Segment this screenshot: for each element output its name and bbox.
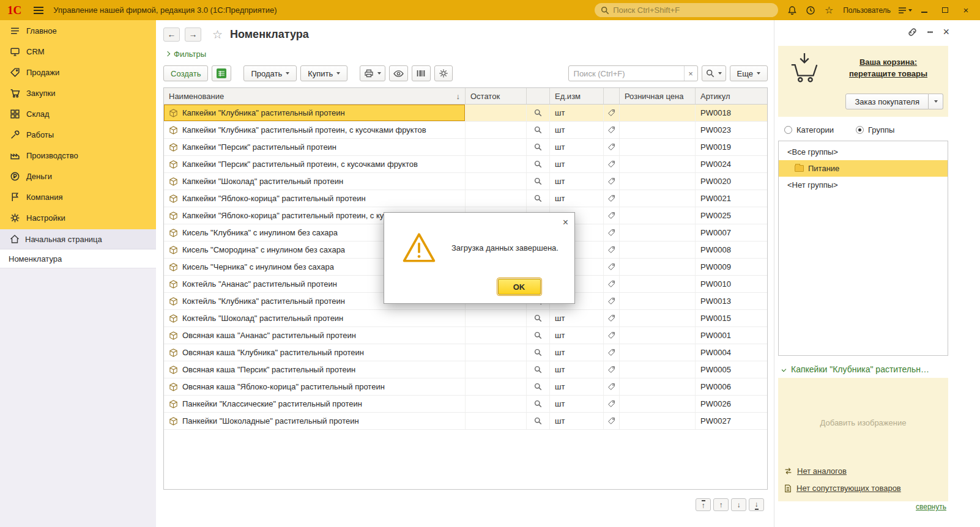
go-next-button[interactable]: ↓ (731, 498, 746, 511)
forward-button[interactable]: → (185, 28, 201, 42)
dialog-close-icon[interactable]: × (563, 218, 568, 227)
cell-retail-price[interactable] (620, 396, 696, 412)
cell-stock[interactable] (466, 413, 527, 429)
analogs-link-row[interactable]: Нет аналогов (784, 466, 901, 476)
cell-retail-price[interactable] (620, 105, 696, 121)
table-row[interactable]: Овсяная каша "Ананас" растительный проте… (164, 327, 767, 344)
prices-tag-icon[interactable] (604, 327, 620, 344)
table-row[interactable]: Панкейки "Классические" растительный про… (164, 396, 767, 413)
customer-order-dropdown[interactable] (929, 94, 943, 109)
get-link-icon[interactable] (907, 27, 918, 37)
global-search-input[interactable] (613, 6, 772, 15)
sidebar-item-purchases[interactable]: Закупки (0, 83, 156, 103)
maximize-button[interactable] (936, 3, 954, 18)
go-first-button[interactable]: ↑ (696, 498, 711, 511)
list-settings-gear-button[interactable] (434, 65, 453, 81)
cell-name[interactable]: Капкейки "Клубника" растительный протеин… (164, 122, 466, 138)
cell-article[interactable]: PW0009 (696, 259, 767, 275)
cart-link-title[interactable]: Ваша корзина: (833, 57, 943, 68)
create-button[interactable]: Создать (163, 65, 208, 81)
cell-stock[interactable] (466, 327, 527, 344)
sidebar-item-warehouse[interactable]: Склад (0, 103, 156, 124)
cell-article[interactable]: PW0013 (696, 293, 767, 309)
sell-button[interactable]: Продать (243, 65, 297, 81)
cell-stock[interactable] (466, 396, 527, 412)
cell-unit[interactable]: шт (550, 327, 604, 344)
product-preview-expander[interactable]: Капкейки "Клубника" растительн… (782, 364, 948, 374)
table-row[interactable]: Капкейки "Клубника" растительный протеин… (164, 122, 767, 139)
table-row[interactable]: Овсяная каша "Клубника" растительный про… (164, 344, 767, 361)
sidebar-open-tab-nomenclature[interactable]: Номенклатура (0, 249, 156, 268)
barcode-button[interactable] (412, 65, 431, 81)
minimize-button[interactable] (915, 3, 934, 18)
column-header-article[interactable]: Артикул (696, 88, 767, 104)
go-last-button[interactable]: ↓ (749, 498, 764, 511)
prices-tag-icon[interactable] (604, 276, 620, 292)
table-row[interactable]: Коктейль "Шоколад" растительный протеин … (164, 310, 767, 327)
stock-detail-icon[interactable] (527, 122, 550, 138)
cell-article[interactable]: PW0010 (696, 276, 767, 292)
global-search-field[interactable] (595, 3, 778, 17)
cell-article[interactable]: PW0023 (696, 122, 767, 138)
prices-tag-icon[interactable] (604, 378, 620, 395)
sidebar-item-sales[interactable]: Продажи (0, 62, 156, 83)
user-menu[interactable]: Пользователь (839, 6, 894, 15)
stock-detail-icon[interactable] (527, 310, 550, 326)
table-row[interactable]: Капкейки "Клубника" растительный протеин… (164, 105, 767, 122)
cell-stock[interactable] (466, 344, 527, 361)
prices-tag-icon[interactable] (604, 396, 620, 412)
prices-tag-icon[interactable] (604, 173, 620, 190)
prices-tag-icon[interactable] (604, 190, 620, 207)
radio-categories[interactable]: Категории (784, 125, 834, 135)
cell-stock[interactable] (466, 361, 527, 378)
cell-unit[interactable]: шт (550, 378, 604, 395)
column-header-name[interactable]: Наименование ↓ (164, 88, 466, 104)
table-row[interactable]: Капкейки "Персик" растительный протеин, … (164, 156, 767, 173)
cell-name[interactable]: Капкейки "Клубника" растительный протеин (164, 105, 466, 121)
close-form-icon[interactable]: × (943, 26, 949, 39)
cell-retail-price[interactable] (620, 224, 696, 241)
cell-unit[interactable]: шт (550, 413, 604, 429)
cell-article[interactable]: PW0007 (696, 224, 767, 241)
table-row[interactable]: Капкейки "Персик" растительный протеин ш… (164, 139, 767, 156)
cell-retail-price[interactable] (620, 361, 696, 378)
prices-tag-icon[interactable] (604, 310, 620, 326)
cell-retail-price[interactable] (620, 276, 696, 292)
cell-stock[interactable] (466, 173, 527, 190)
prices-tag-icon[interactable] (604, 413, 620, 429)
prices-tag-icon[interactable] (604, 361, 620, 378)
collapse-panel-link[interactable]: свернуть (916, 503, 946, 511)
preview-eye-button[interactable] (389, 65, 408, 81)
stock-detail-icon[interactable] (527, 344, 550, 361)
cell-unit[interactable]: шт (550, 190, 604, 207)
customer-order-button[interactable]: Заказ покупателя (845, 94, 929, 109)
stock-detail-icon[interactable] (527, 173, 550, 190)
cell-retail-price[interactable] (620, 310, 696, 326)
service-menu-icon[interactable] (897, 3, 913, 18)
close-window-button[interactable]: × (957, 3, 975, 18)
table-row[interactable]: Капкейки "Яблоко-корица" растительный пр… (164, 190, 767, 207)
cell-retail-price[interactable] (620, 413, 696, 429)
stock-detail-icon[interactable] (527, 378, 550, 395)
accompanying-link-row[interactable]: Нет сопутствующих товаров (784, 484, 901, 493)
stock-detail-icon[interactable] (527, 139, 550, 155)
cell-name[interactable]: Капкейки "Яблоко-корица" растительный пр… (164, 190, 466, 207)
radio-groups[interactable]: Группы (856, 125, 894, 135)
cell-unit[interactable]: шт (550, 310, 604, 326)
tree-item-food[interactable]: Питание (779, 160, 948, 177)
stock-detail-icon[interactable] (527, 105, 550, 121)
cell-unit[interactable]: шт (550, 139, 604, 155)
stock-detail-icon[interactable] (527, 396, 550, 412)
cart-link-drag[interactable]: перетащите товары (833, 68, 943, 80)
dialog-ok-button[interactable]: OK (498, 279, 541, 295)
notifications-bell-icon[interactable] (784, 3, 800, 18)
cell-name[interactable]: Панкейки "Классические" растительный про… (164, 396, 466, 412)
back-button[interactable]: ← (163, 28, 180, 42)
cell-name[interactable]: Овсяная каша "Персик" растительный проте… (164, 361, 466, 378)
cell-retail-price[interactable] (620, 241, 696, 258)
more-button[interactable]: Еще (730, 65, 768, 81)
cell-stock[interactable] (466, 139, 527, 155)
sidebar-item-crm[interactable]: CRM (0, 41, 156, 62)
column-header-retail-price[interactable]: Розничная цена (620, 88, 696, 104)
cell-article[interactable]: PW0015 (696, 310, 767, 326)
